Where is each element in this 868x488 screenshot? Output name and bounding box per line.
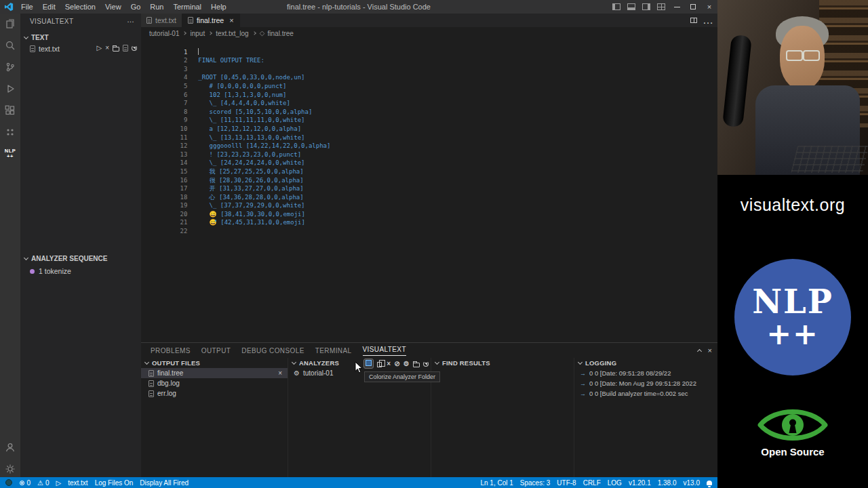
explorer-icon[interactable]	[0, 16, 20, 32]
tooltip-colorize-analyzer-folder: Colorize Analyzer Folder	[364, 371, 440, 382]
logging-header[interactable]: LOGGING	[574, 358, 717, 368]
status-spaces[interactable]: Spaces: 3	[520, 479, 550, 487]
status-version-1[interactable]: v1.20.1	[629, 479, 651, 487]
close-window-button[interactable]: ×	[701, 0, 717, 14]
new-file-icon[interactable]	[123, 45, 128, 52]
remote-explorer-icon[interactable]	[0, 124, 20, 140]
copy-icon[interactable]	[377, 362, 382, 367]
close-icon[interactable]: ×	[105, 44, 109, 52]
line-number: 15	[170, 167, 192, 176]
menu-item[interactable]: Run	[145, 0, 168, 14]
output-file-row-final-tree[interactable]: final.tree ×	[141, 368, 288, 378]
kill-icon[interactable]: ⊘	[394, 360, 400, 367]
tab-debug-console[interactable]: DEBUG CONSOLE	[241, 347, 304, 354]
customize-layout-icon[interactable]	[657, 3, 665, 10]
run-icon[interactable]: ▷	[96, 44, 102, 52]
tab-terminal[interactable]: TERMINAL	[315, 347, 352, 354]
breadcrumb-item[interactable]: text.txt_log	[216, 30, 248, 37]
code-line[interactable]: 4_ROOT [0,45,0,33,0,0,node,un]	[141, 65, 717, 74]
editor-tab-bar: text.txt final.tree × …	[141, 14, 717, 27]
breadcrumb-item[interactable]: final.tree	[268, 30, 294, 37]
tab-problems[interactable]: PROBLEMS	[151, 347, 191, 354]
run-debug-icon[interactable]	[0, 81, 20, 97]
status-run-file[interactable]: text.txt	[68, 479, 87, 487]
chevron-right-icon	[252, 31, 256, 35]
close-icon[interactable]: ×	[278, 369, 282, 377]
tab-final-tree[interactable]: final.tree ×	[182, 14, 240, 27]
colorize-analyzer-folder-icon[interactable]	[363, 359, 374, 369]
extensions-icon[interactable]	[0, 102, 20, 119]
status-line-col[interactable]: Ln 1, Col 1	[480, 479, 513, 487]
notifications-bell-icon[interactable]	[707, 481, 712, 485]
errors-badge[interactable]: ⊗0	[19, 479, 31, 487]
status-encoding[interactable]: UTF-8	[557, 479, 576, 487]
refresh-icon[interactable]	[132, 45, 137, 51]
logging-list: → 0 0 [Date: 09:51:28 08/29/22 → 0 0 [Da…	[574, 368, 717, 399]
folder-icon[interactable]	[413, 363, 420, 367]
menu-item[interactable]: Help	[206, 0, 231, 14]
breadcrumb-item[interactable]: input	[190, 30, 205, 37]
person-glasses	[785, 50, 821, 60]
visualtext-nlp-icon[interactable]: NLP++	[0, 146, 20, 162]
refresh-icon[interactable]	[423, 361, 429, 367]
visualtext-status-icon[interactable]	[5, 479, 12, 486]
maximize-panel-icon[interactable]	[697, 349, 702, 354]
menu-item[interactable]: Edit	[38, 0, 60, 14]
maximize-button[interactable]	[685, 0, 701, 14]
source-control-icon[interactable]	[0, 59, 20, 75]
toggle-secondary-sidebar-icon[interactable]	[642, 3, 650, 10]
menu-item[interactable]: Terminal	[169, 0, 207, 14]
split-editor-icon[interactable]	[690, 18, 697, 23]
close-icon[interactable]: ×	[387, 360, 391, 367]
status-version-2[interactable]: 1.38.0	[658, 479, 677, 487]
warnings-badge[interactable]: ⚠0	[37, 479, 50, 487]
line-text: gggooolll [14,22,14,22,0,0,alpha]	[198, 142, 330, 149]
line-number: 11	[170, 134, 192, 142]
search-icon[interactable]	[0, 37, 20, 54]
status-version-3[interactable]: v13.0	[684, 479, 700, 487]
close-tab-icon[interactable]: ×	[229, 16, 233, 24]
sidebar-more-actions-icon[interactable]: …	[127, 16, 134, 24]
tab-output[interactable]: OUTPUT	[201, 347, 231, 354]
line-number: 12	[170, 142, 192, 150]
output-file-row-dbg-log[interactable]: dbg.log	[141, 378, 288, 388]
account-icon[interactable]	[0, 439, 20, 455]
breadcrumb-item[interactable]: tutorial-01	[149, 30, 179, 37]
line-text: 开 [31,33,27,27,0,0,alpha]	[198, 185, 303, 192]
menu-item[interactable]: View	[100, 0, 126, 14]
run-icon[interactable]: ▷	[56, 479, 61, 487]
status-display-all-fired[interactable]: Display All Fired	[140, 479, 189, 487]
output-file-row-err-log[interactable]: err.log	[141, 388, 288, 399]
log-entry[interactable]: → 0 0 [Date: 09:51:28 08/29/22	[574, 368, 717, 378]
output-files-header[interactable]: OUTPUT FILES	[141, 358, 288, 368]
code-line[interactable]: 1	[141, 39, 717, 48]
menu-item[interactable]: Selection	[60, 0, 100, 14]
line-text: a [12,12,12,12,0,0,alpha]	[198, 125, 301, 132]
menu-item[interactable]: File	[16, 0, 38, 14]
text-section-header[interactable]: TEXT	[23, 34, 49, 41]
minimize-button[interactable]	[669, 0, 685, 14]
analyzer-sequence-header[interactable]: ANALYZER SEQUENCE ↓ ↑	[23, 255, 107, 262]
line-number: 19	[170, 201, 192, 210]
sidebar-item-text-file[interactable]: text.txt ▷ ×	[20, 43, 141, 54]
menu-item[interactable]: Go	[126, 0, 146, 14]
code-line[interactable]: 2FINAL OUTPUT TREE:	[141, 48, 717, 57]
close-panel-icon[interactable]: ×	[708, 346, 712, 354]
find-results-header[interactable]: FIND RESULTS	[431, 358, 574, 368]
code-editor[interactable]: 1 2FINAL OUTPUT TREE: 3 4_ROOT [0,45,0,3…	[141, 39, 717, 342]
sidebar-item-tokenize[interactable]: 1 tokenize	[20, 266, 141, 277]
log-entry[interactable]: → 0 0 [Date: Mon Aug 29 09:51:28 2022	[574, 378, 717, 388]
folder-icon[interactable]	[113, 47, 119, 52]
toggle-panel-icon[interactable]	[627, 3, 635, 10]
status-eol[interactable]: CRLF	[583, 479, 601, 487]
tab-visualtext[interactable]: VISUALTEXT	[363, 346, 406, 356]
window-controls: ×	[609, 0, 717, 14]
log-entry[interactable]: → 0 0 [Build analyzer time=0.002 sec	[574, 388, 717, 399]
gear-icon[interactable]: ⚙	[403, 360, 410, 367]
status-language-mode[interactable]: LOG	[608, 479, 622, 487]
tab-text-txt[interactable]: text.txt	[141, 14, 182, 27]
settings-gear-icon[interactable]	[0, 461, 20, 477]
status-log-files[interactable]: Log Files On	[95, 479, 134, 487]
toggle-sidebar-icon[interactable]	[612, 3, 620, 10]
editor-more-actions-icon[interactable]: …	[703, 14, 713, 26]
